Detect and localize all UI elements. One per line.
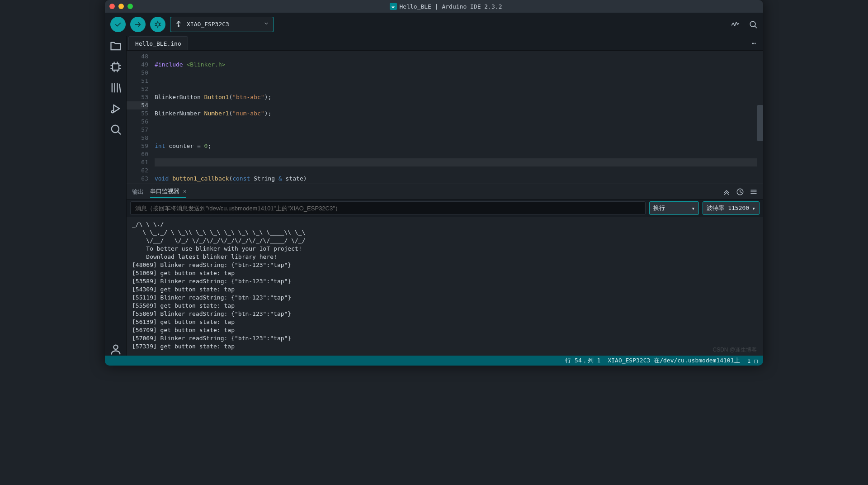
serial-console[interactable]: _/\ \ \./ \ \_,_/ \ \_\\ \_\ \_\ \_\ \_\… [127,217,763,356]
minimize-window-icon[interactable] [118,4,124,9]
editor-scrollbar[interactable] [757,51,763,184]
svg-point-1 [156,23,160,26]
editor-tab[interactable]: Hello_BLE.ino [128,36,188,50]
close-window-icon[interactable] [109,4,115,9]
search-icon[interactable] [109,123,122,136]
code-editor[interactable]: 48495051525354555657585960616263 #includ… [127,51,763,184]
baud-rate-select[interactable]: 波特率 115200 ▾ [703,201,760,215]
window-title: ∞ Hello_BLE | Arduino IDE 2.3.2 [133,3,759,10]
line-gutter: 48495051525354555657585960616263 [127,51,155,184]
close-icon[interactable]: × [183,188,187,195]
panel-tabs: 输出 串口监视器 × [127,184,763,200]
svg-line-6 [155,25,156,26]
svg-marker-27 [113,105,119,112]
chevron-down-icon: ▾ [752,205,755,212]
status-board: XIAO_ESP32C3 在/dev/cu.usbmodem14101上 [608,357,740,365]
debug-button[interactable] [150,17,165,32]
window-title-text: Hello_BLE | Arduino IDE 2.3.2 [400,3,502,10]
board-selector[interactable]: XIAO_ESP32C3 [170,17,274,32]
arduino-icon: ∞ [390,3,397,10]
upload-button[interactable] [130,17,146,32]
serial-message-input[interactable] [130,201,646,215]
tab-output[interactable]: 输出 [132,186,144,198]
verify-button[interactable] [110,17,126,32]
svg-line-7 [160,25,160,26]
code-area[interactable]: #include <Blinker.h> BlinkerButton Butto… [155,51,757,184]
more-actions-icon[interactable]: ⋯ [751,39,756,48]
toggle-panel-icon[interactable] [722,188,731,196]
usb-icon [175,20,182,29]
account-icon[interactable] [109,343,122,356]
chevron-down-icon [264,21,269,28]
watermark: CSDN @逢生博客 [712,346,757,354]
serial-monitor-icon[interactable] [749,20,758,29]
svg-line-5 [160,23,160,24]
svg-line-4 [155,23,156,24]
clock-icon[interactable] [736,188,744,196]
board-name: XIAO_ESP32C3 [187,21,229,28]
svg-line-13 [755,26,756,28]
svg-line-26 [119,84,120,92]
tab-serial-monitor[interactable]: 串口监视器 × [150,185,186,198]
editor-tabs: Hello_BLE.ino ⋯ [127,36,763,51]
sketchbook-icon[interactable] [109,40,122,52]
activity-bar [105,36,127,356]
status-bar: 行 54，列 1 XIAO_ESP32C3 在/dev/cu.usbmodem1… [105,356,763,366]
toolbar: XIAO_ESP32C3 [105,13,763,36]
line-ending-select[interactable]: 换行 ▾ [649,201,699,215]
tab-label: Hello_BLE.ino [135,40,181,47]
serial-plotter-icon[interactable] [731,20,740,29]
chevron-down-icon: ▾ [692,205,695,212]
cursor-position: 行 54，列 1 [565,357,600,365]
svg-line-30 [118,132,120,134]
bottom-panel: 输出 串口监视器 × 换行 ▾ [127,184,763,356]
boards-manager-icon[interactable] [109,61,122,73]
menu-icon[interactable] [750,188,758,196]
serial-input-bar: 换行 ▾ 波特率 115200 ▾ [127,200,763,217]
debug-panel-icon[interactable] [109,102,122,115]
library-manager-icon[interactable] [109,81,122,94]
svg-point-28 [111,111,113,113]
svg-rect-14 [113,64,119,70]
maximize-window-icon[interactable] [127,4,133,9]
titlebar: ∞ Hello_BLE | Arduino IDE 2.3.2 [105,0,763,13]
svg-point-31 [113,345,118,349]
status-notification-icon[interactable]: 1 □ [747,357,758,364]
